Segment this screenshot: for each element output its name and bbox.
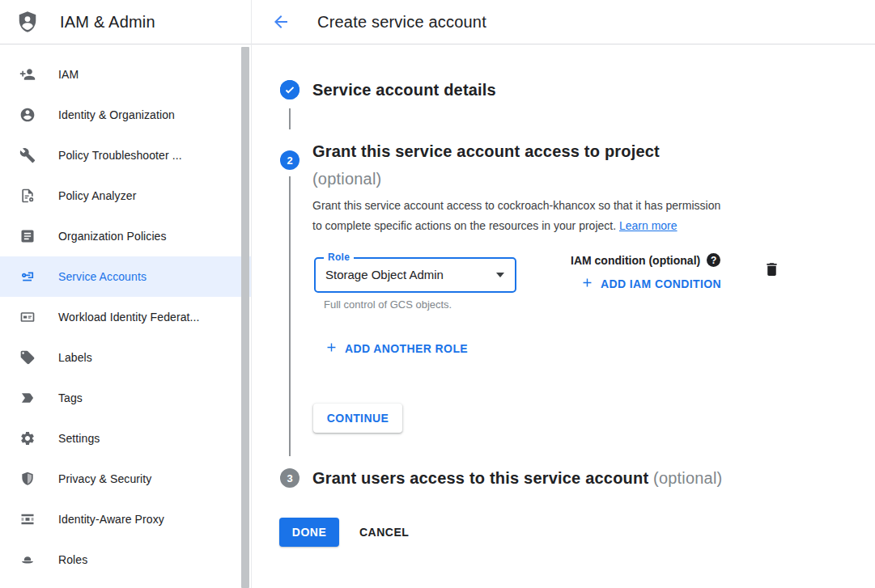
step2-title-text: Grant this service account access to pro… — [312, 142, 660, 160]
learn-more-link[interactable]: Learn more — [619, 219, 677, 232]
step-connector — [289, 108, 291, 129]
role-select[interactable]: Role Storage Object Admin — [314, 257, 516, 293]
sidebar-item-settings[interactable]: Settings — [0, 418, 251, 459]
add-another-role-button[interactable]: ADD ANOTHER ROLE — [325, 341, 468, 357]
dropdown-arrow-icon — [496, 273, 504, 277]
step2-number-badge: 2 — [280, 150, 299, 170]
step3-optional-label: (optional) — [653, 469, 722, 487]
sidebar-item-label: Service Accounts — [58, 270, 147, 283]
continue-button[interactable]: CONTINUE — [313, 404, 402, 433]
description-line1: Grant this service account access to coc… — [312, 199, 720, 212]
step2-description: Grant this service account access to coc… — [312, 196, 814, 236]
sidebar-item-label: Identity & Organization — [58, 108, 175, 121]
service-account-key-icon — [19, 269, 36, 285]
sidebar-item-label: Identity-Aware Proxy — [58, 513, 164, 526]
step3-title: Grant users access to this service accou… — [312, 469, 722, 488]
sidebar-item-workload-identity-federation[interactable]: Workload Identity Federat... — [0, 297, 251, 337]
step1-row: Service account details — [280, 80, 496, 99]
back-button[interactable] — [271, 12, 291, 32]
policy-document-icon — [19, 188, 36, 204]
article-icon — [19, 228, 36, 244]
role-selected-value: Storage Object Admin — [325, 259, 444, 291]
iam-admin-shield-icon — [15, 7, 40, 36]
description-line2: to complete specific actions on the reso… — [312, 219, 616, 232]
step-connector — [289, 176, 291, 456]
sidebar-item-policy-troubleshooter[interactable]: Policy Troubleshooter ... — [0, 135, 251, 176]
role-helper-text: Full control of GCS objects. — [324, 298, 452, 311]
app-window: IAM & Admin IAM Identity & Organization … — [0, 0, 875, 588]
check-circle-icon — [280, 80, 299, 99]
person-add-icon — [19, 66, 36, 82]
sidebar-nav: IAM Identity & Organization Policy Troub… — [0, 44, 251, 580]
iam-condition-header: IAM condition (optional) ? — [571, 253, 720, 267]
sidebar-item-privacy-security[interactable]: Privacy & Security — [0, 459, 251, 499]
plus-icon — [580, 276, 594, 292]
label-tag-icon — [19, 349, 36, 366]
sidebar-item-labels[interactable]: Labels — [0, 337, 251, 378]
step3-row: 3 Grant users access to this service acc… — [280, 468, 722, 488]
scrollbar-thumb[interactable] — [241, 47, 249, 588]
page-header: Create service account — [252, 0, 875, 44]
app-title: IAM & Admin — [60, 13, 155, 32]
create-service-account-form: Service account details 2 Grant this ser… — [252, 44, 875, 587]
wrench-icon — [19, 147, 36, 163]
sidebar-header: IAM & Admin — [0, 0, 251, 44]
gear-icon — [19, 430, 36, 446]
add-another-role-label: ADD ANOTHER ROLE — [345, 342, 468, 355]
sidebar-item-identity-organization[interactable]: Identity & Organization — [0, 95, 251, 135]
sidebar-item-label: Policy Troubleshooter ... — [58, 149, 182, 162]
cancel-button[interactable]: CANCEL — [346, 518, 422, 547]
page-title: Create service account — [317, 13, 486, 32]
step1-title: Service account details — [312, 81, 496, 99]
sidebar-item-iam[interactable]: IAM — [0, 54, 251, 95]
step3-title-text: Grant users access to this service accou… — [312, 469, 648, 487]
sidebar-item-tags[interactable]: Tags — [0, 378, 251, 418]
add-iam-condition-label: ADD IAM CONDITION — [601, 277, 721, 290]
sidebar: IAM & Admin IAM Identity & Organization … — [0, 0, 252, 588]
sidebar-item-label: Settings — [58, 432, 100, 445]
sidebar-item-label: Privacy & Security — [58, 472, 151, 485]
plus-icon — [325, 341, 338, 357]
sidebar-item-roles[interactable]: Roles — [0, 539, 251, 580]
trash-icon — [763, 269, 780, 281]
step2-optional-label: (optional) — [312, 170, 381, 188]
proxy-grid-icon — [19, 511, 36, 527]
done-button[interactable]: DONE — [279, 518, 339, 547]
step2-title: Grant this service account access to pro… — [312, 137, 733, 192]
sidebar-item-label: Policy Analyzer — [58, 189, 136, 202]
iam-condition-label: IAM condition (optional) — [571, 254, 700, 267]
sidebar-scrollbar[interactable] — [241, 45, 250, 588]
delete-role-button[interactable] — [763, 260, 780, 281]
label-important-icon — [19, 390, 36, 406]
add-iam-condition-button[interactable]: ADD IAM CONDITION — [580, 276, 721, 292]
sidebar-item-service-accounts[interactable]: Service Accounts — [0, 256, 251, 297]
sidebar-item-identity-aware-proxy[interactable]: Identity-Aware Proxy — [0, 499, 251, 539]
arrow-back-icon — [271, 12, 291, 32]
id-card-icon — [19, 309, 36, 325]
sidebar-item-label: Tags — [58, 391, 83, 404]
main-panel: Create service account Service account d… — [252, 0, 875, 588]
help-icon[interactable]: ? — [707, 253, 720, 267]
step3-number-badge: 3 — [280, 468, 299, 488]
sidebar-item-policy-analyzer[interactable]: Policy Analyzer — [0, 176, 251, 216]
hat-icon — [19, 552, 36, 568]
sidebar-item-label: Organization Policies — [58, 230, 167, 243]
sidebar-item-organization-policies[interactable]: Organization Policies — [0, 216, 251, 256]
sidebar-item-label: Workload Identity Federat... — [58, 311, 200, 324]
account-circle-icon — [19, 107, 36, 123]
sidebar-item-label: IAM — [58, 68, 79, 81]
shield-half-icon — [19, 471, 36, 487]
sidebar-item-label: Labels — [58, 351, 92, 364]
sidebar-item-label: Roles — [58, 553, 87, 566]
